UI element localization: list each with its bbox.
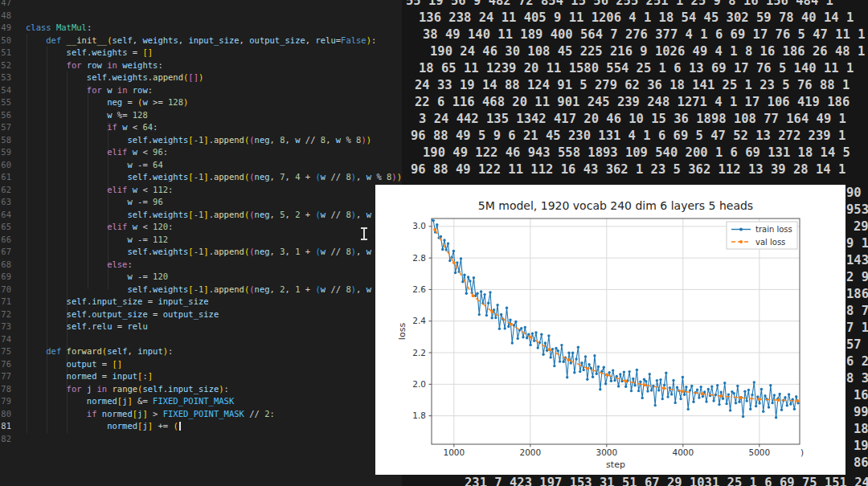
terminal-row-fragment: 6 26 xyxy=(846,353,868,370)
line-number: 81 xyxy=(0,420,11,433)
terminal-row-fragment: 193 xyxy=(854,438,868,455)
y-tick-label: 1.8 xyxy=(412,410,426,420)
code-line: 48 xyxy=(0,10,402,22)
code-line: 50 def __init__(self, weights, input_siz… xyxy=(0,35,402,47)
code-text: normed[j] &= FIXED_POINT_MASK xyxy=(26,395,234,408)
line-number: 78 xyxy=(0,383,11,396)
terminal-row-fragment: 18 xyxy=(854,421,868,438)
line-number: 53 xyxy=(0,71,11,84)
terminal-number-row: 55 19 56 9 482 72 854 15 56 255 251 1 25… xyxy=(406,0,833,10)
code-text: normed[j] += ( xyxy=(26,420,181,433)
terminal-row-fragment: 8 72 xyxy=(846,303,868,320)
code-line: 80 if normed[j] > FIXED_POINT_MASK // 2: xyxy=(0,408,402,421)
terminal-row-fragment: 86 xyxy=(854,455,868,472)
y-tick-label: 2.0 xyxy=(412,379,426,389)
line-number: 76 xyxy=(0,358,11,371)
terminal-row-fragment: 90 1 xyxy=(846,185,868,202)
code-line: 79 normed[j] &= FIXED_POINT_MASK xyxy=(0,395,402,408)
loss-chart-window[interactable]: 100020003000400050003.02.82.62.42.22.01.… xyxy=(375,185,845,475)
text-cursor xyxy=(179,422,181,431)
code-line: 76 output = [] xyxy=(0,358,402,371)
code-line: 78 for j in range(self.input_size): xyxy=(0,383,402,396)
line-number: 55 xyxy=(0,96,11,109)
line-number: 82 xyxy=(0,433,11,446)
code-text: self.weights = [] xyxy=(26,47,153,59)
terminal-number-row: 190 49 122 46 943 558 1893 109 540 200 1… xyxy=(423,145,850,161)
line-number: 54 xyxy=(0,84,11,97)
code-line: 57 if w < 64: xyxy=(0,121,402,134)
line-number: 56 xyxy=(0,109,11,122)
legend-val-loss: val loss xyxy=(755,238,785,247)
line-number: 65 xyxy=(0,221,11,234)
line-number: 71 xyxy=(0,296,11,308)
line-number: 49 xyxy=(0,22,11,35)
x-tick-label: 2000 xyxy=(519,447,541,457)
x-tick-label: 5000 xyxy=(748,447,770,457)
line-number: 61 xyxy=(0,171,11,184)
terminal-row-fragment: 16 xyxy=(854,387,868,404)
line-number: 48 xyxy=(0,10,11,22)
ibeam-bottom-serif xyxy=(361,239,367,240)
line-number: 74 xyxy=(0,333,11,346)
code-text: w -= 96 xyxy=(26,196,163,209)
code-line: 65 elif w < 120: xyxy=(0,221,402,234)
code-line: 77 normed = input[:] xyxy=(0,370,402,383)
code-text: if normed[j] > FIXED_POINT_MASK // 2: xyxy=(26,408,275,421)
code-line: 59 elif w < 96: xyxy=(0,146,402,159)
code-text: elif w < 120: xyxy=(26,221,173,234)
terminal-row-fragment: 57 1 xyxy=(846,337,868,353)
code-text: w %= 128 xyxy=(26,109,148,122)
terminal-row-fragment: 2 96 xyxy=(846,269,868,286)
code-text: w -= 64 xyxy=(26,159,163,172)
line-number: 73 xyxy=(0,321,11,333)
code-editor[interactable]: 474849class MatMul:50 def __init__(self,… xyxy=(0,0,402,486)
x-tick-label: 1000 xyxy=(443,447,465,457)
code-text: class MatMul: xyxy=(26,22,92,35)
code-text: def forward(self, input): xyxy=(26,345,173,358)
code-text: output = [] xyxy=(26,358,122,371)
line-number: 52 xyxy=(0,59,11,72)
line-number: 62 xyxy=(0,184,11,197)
code-text: w -= 120 xyxy=(26,271,168,284)
code-line: 82 xyxy=(0,433,402,446)
terminal-number-row: 136 238 24 11 405 9 11 1206 4 1 18 54 45… xyxy=(419,10,854,27)
line-number: 58 xyxy=(0,134,11,147)
line-number: 51 xyxy=(0,47,11,59)
terminal-number-row: 24 33 19 14 88 124 91 5 279 62 36 18 141… xyxy=(415,77,850,94)
loss-chart-svg: 100020003000400050003.02.82.62.42.22.01.… xyxy=(375,185,845,475)
x-tick-label: 4000 xyxy=(672,447,694,457)
code-text: self.weights[-1].append((neg, 2, 1 + (w … xyxy=(26,284,402,296)
terminal-number-row: 38 49 140 11 189 400 564 7 276 377 4 1 6… xyxy=(423,27,866,43)
code-line: 54 for w in row: xyxy=(0,84,402,97)
screen: 474849class MatMul:50 def __init__(self,… xyxy=(0,0,868,486)
code-text: self.weights.append([]) xyxy=(26,71,203,84)
code-line: 75 def forward(self, input): xyxy=(0,345,402,358)
code-line: 47 xyxy=(0,0,402,10)
line-number: 47 xyxy=(0,0,11,10)
code-line: 67 self.weights[-1].append((neg, 3, 1 + … xyxy=(0,246,402,259)
code-line: 61 self.weights[-1].append((neg, 7, 4 + … xyxy=(0,171,402,184)
code-text: self.weights[-1].append((neg, 3, 1 + (w … xyxy=(26,246,402,259)
chart-title: 5M model, 1920 vocab 240 dim 6 layers 5 … xyxy=(478,199,753,212)
code-text: for j in range(self.input_size): xyxy=(26,383,229,396)
terminal-row-fragment: 9 14 xyxy=(846,235,868,252)
terminal-row-fragment: 186 xyxy=(846,286,868,303)
code-line: 70 self.weights[-1].append((neg, 2, 1 + … xyxy=(0,284,402,296)
terminal-row-fragment: 953 xyxy=(846,202,868,218)
code-text: self.weights[-1].append((neg, 8, w // 8,… xyxy=(26,134,371,147)
code-text: normed = input[:] xyxy=(26,370,153,383)
terminal-number-row: 96 88 49 122 11 112 16 43 362 1 23 5 362… xyxy=(411,161,845,178)
terminal-row-fragment: 999 xyxy=(854,404,868,421)
line-number: 77 xyxy=(0,370,11,383)
code-line: 71 self.input_size = input_size xyxy=(0,296,402,308)
code-text: self.weights[-1].append((neg, 7, 4 + (w … xyxy=(26,171,402,184)
code-line: 64 self.weights[-1].append((neg, 5, 2 + … xyxy=(0,209,402,222)
x-axis-label: step xyxy=(606,459,625,470)
terminal-number-row: 96 88 49 5 9 6 21 45 230 131 4 1 6 69 5 … xyxy=(411,128,845,145)
clipped-tick-fragment: ) xyxy=(800,447,804,457)
terminal-number-row: 22 6 116 468 20 11 901 245 239 248 1271 … xyxy=(415,94,850,111)
code-line: 74 xyxy=(0,333,402,346)
line-number: 75 xyxy=(0,345,11,358)
line-number: 68 xyxy=(0,259,11,272)
y-axis-label: loss xyxy=(397,323,407,341)
